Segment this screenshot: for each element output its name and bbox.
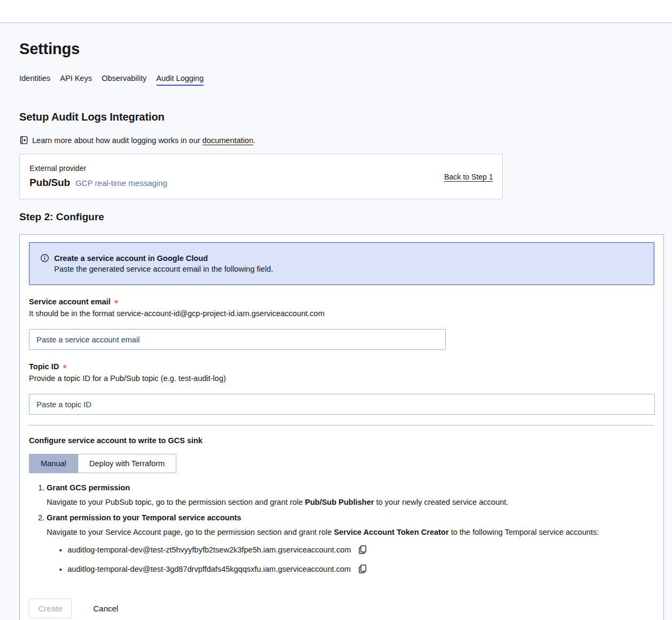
learn-more-row: Learn more about how audit logging works… <box>19 136 672 145</box>
tab-api-keys[interactable]: API Keys <box>60 74 92 86</box>
info-alert: Create a service account in Google Cloud… <box>29 242 654 285</box>
topic-id-label: Topic ID <box>29 362 59 371</box>
external-provider-card: External provider Pub/Sub GCP real-time … <box>19 154 503 199</box>
tab-observability[interactable]: Observability <box>102 74 147 86</box>
back-to-step-1-link[interactable]: Back to Step 1 <box>444 173 493 181</box>
topic-id-label-row: Topic ID <box>29 362 654 371</box>
page-title: Settings <box>19 39 672 58</box>
form-actions: Create Cancel <box>29 599 654 618</box>
configure-gcs-heading: Configure service account to write to GC… <box>29 436 654 446</box>
info-alert-text: Create a service account in Google Cloud… <box>54 253 273 274</box>
service-account-email-label: Service account email <box>29 297 110 307</box>
provider-label: External provider <box>29 163 492 173</box>
step-1-title: Grant GCS permission <box>47 482 654 493</box>
tab-identities[interactable]: Identities <box>19 74 50 86</box>
list-item: Grant GCS permission Navigate to your Pu… <box>47 482 654 507</box>
list-item: auditlog-temporal-dev@test-zt5hvyyfbyfb2… <box>68 544 654 555</box>
topic-id-helper: Provide a topic ID for a Pub/Sub topic (… <box>29 374 654 384</box>
documentation-link[interactable]: documentation <box>203 136 253 145</box>
service-account-email-input[interactable] <box>29 329 446 350</box>
step-1-body: Navigate to your PubSub topic, go to the… <box>47 497 654 507</box>
section-title: Setup Audit Logs Integration <box>19 110 672 124</box>
info-alert-title: Create a service account in Google Cloud <box>54 253 273 264</box>
provider-name-row: Pub/Sub GCP real-time messaging <box>29 177 492 189</box>
learn-more-text: Learn more about how audit logging works… <box>32 136 256 145</box>
settings-page: Settings Identities API Keys Observabili… <box>0 39 672 620</box>
tab-audit-logging[interactable]: Audit Logging <box>156 74 204 86</box>
step-2-item-body: Navigate to your Service Account page, g… <box>47 527 654 537</box>
tab-manual[interactable]: Manual <box>29 454 78 473</box>
cancel-button[interactable]: Cancel <box>90 603 122 614</box>
service-account-email: auditlog-temporal-dev@test-zt5hvyyfbyfb2… <box>68 544 351 555</box>
step-2-configure-card: Create a service account in Google Cloud… <box>19 234 664 620</box>
info-alert-body: Paste the generated service account emai… <box>54 264 273 274</box>
deploy-method-tabs: Manual Deploy with Terraform <box>29 454 176 473</box>
list-item: auditlog-temporal-dev@test-3gd87drvpffda… <box>68 564 654 574</box>
provider-description: GCP real-time messaging <box>76 178 167 188</box>
service-account-email-helper: It should be in the format service-accou… <box>29 309 654 319</box>
temporal-service-accounts-list: auditlog-temporal-dev@test-zt5hvyyfbyfb2… <box>29 544 654 574</box>
step-2-title: Step 2: Configure <box>19 211 672 223</box>
service-account-email-label-row: Service account email <box>29 297 654 307</box>
service-account-email: auditlog-temporal-dev@test-3gd87drvpffda… <box>68 564 351 574</box>
create-button[interactable]: Create <box>29 599 72 618</box>
step-2-item-title: Grant permission to your Temporal servic… <box>47 512 654 523</box>
required-dot-icon <box>63 365 66 368</box>
topic-id-input[interactable] <box>29 394 655 415</box>
section-divider <box>29 425 654 425</box>
settings-tabs: Identities API Keys Observability Audit … <box>19 74 672 86</box>
list-item: Grant permission to your Temporal servic… <box>47 512 654 537</box>
top-bar <box>0 0 672 23</box>
required-dot-icon <box>115 300 118 303</box>
manual-steps-list: Grant GCS permission Navigate to your Pu… <box>29 482 654 537</box>
copy-button[interactable] <box>358 545 367 555</box>
provider-name: Pub/Sub <box>29 177 70 189</box>
tab-deploy-with-terraform[interactable]: Deploy with Terraform <box>78 454 176 473</box>
book-icon <box>19 136 28 145</box>
info-circle-icon <box>40 253 49 265</box>
copy-button[interactable] <box>358 564 367 574</box>
